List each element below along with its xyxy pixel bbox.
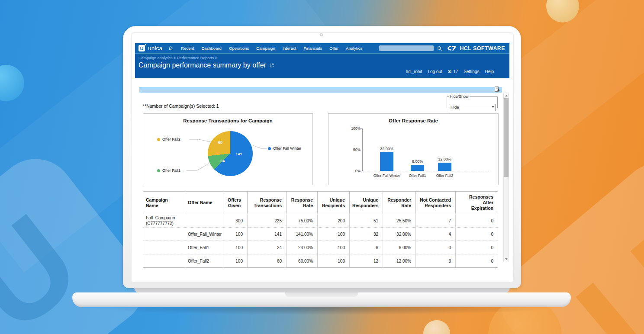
app-window: U unica RecentDashboardOperationsCampaig… (135, 43, 509, 277)
report-toolbar (139, 87, 502, 93)
legend-item-offer-fall1: Offer Fall1 (157, 168, 180, 173)
nav-item-financials[interactable]: Financials (303, 46, 322, 51)
table-cell: 60.00% (287, 254, 318, 268)
settings-link[interactable]: Settings (464, 69, 479, 74)
laptop-base-notch (285, 292, 358, 297)
logout-link[interactable]: Log out (428, 69, 442, 74)
table-cell: 0 (456, 241, 498, 254)
hide-show-select[interactable]: Hide (449, 104, 496, 111)
legend-item-offer-fall2: Offer Fall2 (157, 137, 180, 141)
nav-item-interact[interactable]: Interact (283, 46, 296, 51)
search-icon[interactable] (437, 46, 442, 51)
unica-logo[interactable]: U (138, 45, 145, 51)
triangle-up-icon (505, 95, 508, 96)
nav-item-campaign[interactable]: Campaign (256, 46, 275, 51)
hide-show-fieldset: Hide/Show Hide (447, 94, 498, 108)
search-input[interactable] (379, 45, 434, 51)
legend-dot (268, 147, 271, 150)
table-cell: Fall_Campaign (C777777772) (143, 214, 185, 228)
legend-dot (157, 138, 160, 141)
table-cell: 7 (416, 214, 456, 228)
table-cell: 12.00% (383, 254, 416, 268)
column-header: Campaign Name (143, 192, 185, 214)
table-cell: 0 (456, 254, 498, 268)
mail-icon: ✉ (448, 69, 451, 74)
pie-slice-value: 24 (215, 159, 230, 163)
help-link[interactable]: Help (485, 69, 494, 74)
table-cell: 0 (456, 214, 498, 228)
vertical-scrollbar[interactable] (503, 93, 509, 262)
home-icon[interactable] (168, 45, 174, 51)
table-cell (185, 214, 223, 228)
table-cell (143, 228, 185, 241)
table-cell: 300 (223, 214, 248, 228)
table-cell: 4 (416, 228, 456, 241)
pie-slice-value: 60 (213, 140, 228, 145)
table-cell: 32.00% (383, 228, 416, 241)
user-name: hcl_rohit (406, 69, 422, 74)
table-cell: 100 (223, 241, 248, 254)
table-cell: Offer_Fall2 (185, 254, 223, 268)
bar-category-label: Offer Fall2 (425, 173, 464, 178)
mail-count: 17 (453, 69, 458, 74)
nav-item-analytics[interactable]: Analytics (346, 46, 362, 51)
export-report-icon[interactable] (494, 86, 500, 94)
decorative-circle (0, 65, 24, 101)
y-tick-mark (361, 150, 362, 150)
page-title: Campaign performance summary by offer (138, 61, 266, 69)
table-cell: 12 (350, 254, 383, 268)
table-cell: 100 (318, 241, 350, 254)
bar-offer-fall-winter (380, 152, 393, 171)
bar-offer-fall1 (411, 165, 424, 171)
nav-item-recent[interactable]: Recent (181, 46, 194, 51)
table-cell: 100 (223, 254, 248, 268)
table-cell: 24 (248, 241, 287, 254)
table-cell: 24.00% (287, 241, 318, 254)
scrollbar-thumb[interactable] (504, 98, 509, 177)
table-cell: 100 (318, 228, 350, 241)
table-cell: 0 (456, 228, 498, 241)
nav-menu: RecentDashboardOperationsCampaignInterac… (181, 46, 362, 51)
external-link-icon[interactable] (269, 63, 274, 68)
table-cell: 75.00% (287, 214, 318, 228)
scroll-up-button[interactable] (504, 93, 509, 98)
table-cell: 225 (248, 214, 287, 228)
column-header: Offers Given (223, 192, 248, 214)
triangle-down-icon (505, 258, 508, 260)
column-header: Not Contacted Responders (416, 192, 456, 214)
y-tick-mark (361, 128, 362, 129)
x-axis (362, 171, 489, 171)
column-header: Responder Rate (383, 192, 416, 214)
breadcrumb[interactable]: Campaign analytics > Performance Reports… (138, 56, 217, 60)
user-links: hcl_rohit Log out ✉ 17 Settings Help (406, 69, 494, 74)
bar-offer-fall2 (438, 163, 451, 171)
table-cell: 141.00% (287, 228, 318, 241)
bar-chart-title: Offer Response Rate (328, 118, 498, 123)
table-cell: 100 (318, 254, 350, 268)
column-header: Unique Recipients (318, 192, 350, 214)
nav-item-dashboard[interactable]: Dashboard (201, 46, 221, 51)
pie-chart-title: Response Transactions for Campaign (143, 118, 312, 123)
nav-item-operations[interactable]: Operations (229, 46, 249, 51)
scroll-down-button[interactable] (504, 257, 509, 262)
y-tick-label: 0% (346, 169, 361, 173)
bar-value-label: 12.00% (432, 157, 458, 161)
campaigns-selected-note: **Number of Campaign(s) Selected: 1 (143, 103, 219, 109)
hcl-mark-icon (447, 45, 457, 51)
table-row: Offer_Fall21006060.00%1001212.00%30 (143, 254, 498, 268)
table-cell: 141 (248, 228, 287, 241)
webcam-icon (320, 33, 323, 36)
notifications[interactable]: ✉ 17 (448, 69, 458, 74)
hide-show-label: Hide/Show (449, 94, 470, 99)
column-header: Response Rate (287, 192, 318, 214)
performance-table: Campaign NameOffer NameOffers GivenRespo… (143, 191, 498, 268)
y-tick-label: 50% (346, 148, 361, 152)
nav-item-offer[interactable]: Offer (329, 46, 338, 51)
table-cell (143, 241, 185, 254)
chevron-down-icon (492, 106, 494, 108)
table-row: Offer_Fall11002424.00%10088.00%00 (143, 241, 498, 254)
table-row: Offer_Fall_Winter100141141.00%1003232.00… (143, 228, 498, 241)
table-cell (143, 254, 185, 268)
decorative-sphere (423, 320, 450, 334)
hcl-software-label: HCL SOFTWARE (460, 45, 505, 51)
